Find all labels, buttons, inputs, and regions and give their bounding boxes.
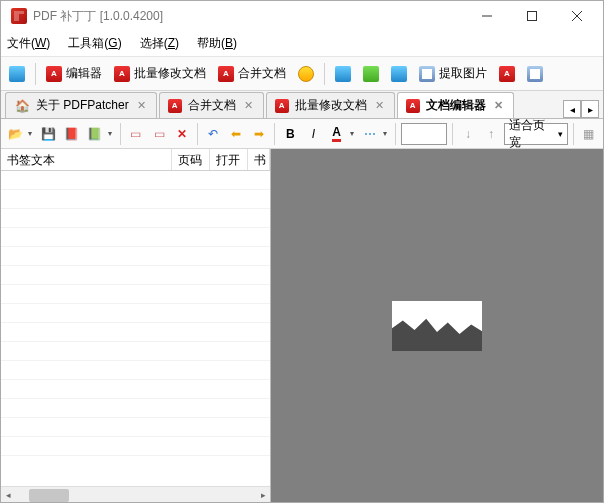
app-icon — [11, 8, 27, 24]
image-icon — [419, 66, 435, 82]
text-color-button[interactable]: A — [326, 123, 346, 145]
separator — [35, 63, 36, 85]
tool-yellow[interactable] — [294, 63, 318, 85]
col-open[interactable]: 打开 — [210, 149, 248, 170]
workspace: 书签文本 页码 打开 书 ◂▸ — [1, 149, 603, 503]
separator — [395, 123, 396, 145]
preview-thumbnail — [392, 301, 482, 351]
close-button[interactable] — [554, 2, 599, 30]
menu-help[interactable]: 帮助(B) — [197, 35, 237, 52]
minimize-button[interactable] — [464, 2, 509, 30]
zoom-select[interactable]: 适合页宽▾ — [504, 123, 568, 145]
tool-pdf-last[interactable] — [495, 63, 519, 85]
grid-header: 书签文本 页码 打开 书 — [1, 149, 270, 171]
tabs-prev-button[interactable]: ◂ — [563, 100, 581, 118]
delete-button[interactable]: ✕ — [172, 123, 192, 145]
book-red-button[interactable]: 📕 — [62, 123, 82, 145]
tool-merge[interactable]: 合并文档 — [214, 62, 290, 85]
separator — [197, 123, 198, 145]
tab-label: 批量修改文档 — [295, 97, 367, 114]
pdf-icon — [406, 99, 420, 113]
preview-area[interactable] — [271, 149, 603, 503]
pdf-icon — [114, 66, 130, 82]
right-button[interactable]: ➡ — [249, 123, 269, 145]
tab-label: 关于 PDFPatcher — [36, 97, 129, 114]
separator — [452, 123, 453, 145]
dropdown-icon[interactable]: ▾ — [383, 129, 390, 138]
bold-button[interactable]: B — [280, 123, 300, 145]
close-icon[interactable]: ✕ — [135, 99, 148, 112]
pdf-icon — [46, 66, 62, 82]
pdf-icon — [275, 99, 289, 113]
zoom-in-button[interactable]: ↑ — [481, 123, 501, 145]
tab-batch[interactable]: 批量修改文档 ✕ — [266, 92, 395, 118]
view-mode-button[interactable]: ▦ — [579, 123, 599, 145]
menubar: 文件(W) 工具箱(G) 选择(Z) 帮助(B) — [1, 31, 603, 57]
home-icon: 🏠 — [14, 98, 30, 114]
italic-button[interactable]: I — [303, 123, 323, 145]
separator — [120, 123, 121, 145]
tool-generic-1[interactable] — [5, 63, 29, 85]
tab-doceditor[interactable]: 文档编辑器 ✕ — [397, 92, 514, 118]
save-button[interactable]: 💾 — [38, 123, 58, 145]
insert-1-button[interactable]: ▭ — [126, 123, 146, 145]
dropdown-icon[interactable]: ▾ — [28, 129, 35, 138]
page-input[interactable] — [401, 123, 447, 145]
insert-2-button[interactable]: ▭ — [149, 123, 169, 145]
tool-batch[interactable]: 批量修改文档 — [110, 62, 210, 85]
tab-label: 合并文档 — [188, 97, 236, 114]
pdf-icon — [168, 99, 182, 113]
tool-blue-1[interactable] — [331, 63, 355, 85]
menu-toolbox[interactable]: 工具箱(G) — [68, 35, 121, 52]
main-toolbar: 编辑器 批量修改文档 合并文档 提取图片 — [1, 57, 603, 91]
more-button[interactable]: ⋯ — [360, 123, 380, 145]
bookmark-pane: 书签文本 页码 打开 书 ◂▸ — [1, 149, 271, 503]
doc-icon — [335, 66, 351, 82]
h-scrollbar[interactable]: ◂▸ — [1, 486, 270, 503]
titlebar: PDF 补丁丁 [1.0.0.4200] — [1, 1, 603, 31]
separator — [324, 63, 325, 85]
gold-icon — [298, 66, 314, 82]
undo-button[interactable]: ↶ — [203, 123, 223, 145]
svg-rect-1 — [527, 12, 536, 21]
doc-icon — [391, 66, 407, 82]
tab-merge[interactable]: 合并文档 ✕ — [159, 92, 264, 118]
window-title: PDF 补丁丁 [1.0.0.4200] — [33, 8, 464, 25]
close-icon[interactable]: ✕ — [373, 99, 386, 112]
zoom-out-button[interactable]: ↓ — [458, 123, 478, 145]
tab-label: 文档编辑器 — [426, 97, 486, 114]
book-green-button[interactable]: 📗 — [85, 123, 105, 145]
document-tabs: 🏠 关于 PDFPatcher ✕ 合并文档 ✕ 批量修改文档 ✕ 文档编辑器 … — [1, 91, 603, 119]
tabs-next-button[interactable]: ▸ — [581, 100, 599, 118]
image-icon — [527, 66, 543, 82]
left-button[interactable]: ⬅ — [226, 123, 246, 145]
separator — [274, 123, 275, 145]
dropdown-icon[interactable]: ▾ — [350, 129, 357, 138]
preview-pane — [271, 149, 603, 503]
separator — [573, 123, 574, 145]
tool-green[interactable] — [359, 63, 383, 85]
editor-toolbar: 📂 ▾ 💾 📕 📗 ▾ ▭ ▭ ✕ ↶ ⬅ ➡ B I A ▾ ⋯ ▾ ↓ ↑ … — [1, 119, 603, 149]
maximize-button[interactable] — [509, 2, 554, 30]
menu-file[interactable]: 文件(W) — [7, 35, 50, 52]
tool-blue-2[interactable] — [387, 63, 411, 85]
col-page[interactable]: 页码 — [172, 149, 210, 170]
close-icon[interactable]: ✕ — [492, 99, 505, 112]
tool-editor[interactable]: 编辑器 — [42, 62, 106, 85]
open-button[interactable]: 📂 — [5, 123, 25, 145]
pdf-icon — [218, 66, 234, 82]
tool-extract[interactable]: 提取图片 — [415, 62, 491, 85]
col-bookmark-text[interactable]: 书签文本 — [1, 149, 172, 170]
pdf-icon — [499, 66, 515, 82]
col-bk[interactable]: 书 — [248, 149, 270, 170]
menu-select[interactable]: 选择(Z) — [140, 35, 179, 52]
dropdown-icon[interactable]: ▾ — [108, 129, 115, 138]
tool-img-last[interactable] — [523, 63, 547, 85]
tab-about[interactable]: 🏠 关于 PDFPatcher ✕ — [5, 92, 157, 118]
doc-icon — [363, 66, 379, 82]
grid-body[interactable] — [1, 171, 270, 486]
close-icon[interactable]: ✕ — [242, 99, 255, 112]
